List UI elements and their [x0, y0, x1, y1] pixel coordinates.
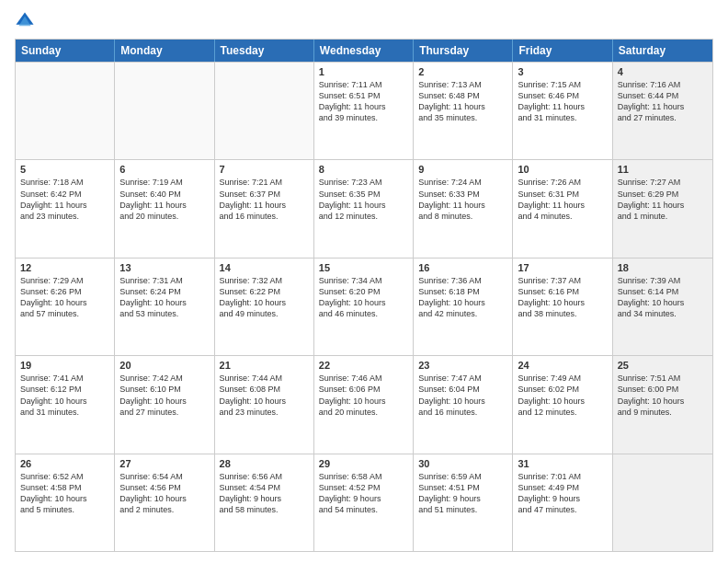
cell-info: Sunrise: 7:41 AM Sunset: 6:12 PM Dayligh… [20, 373, 109, 418]
cell-info: Sunrise: 6:52 AM Sunset: 4:58 PM Dayligh… [20, 471, 109, 516]
calendar-cell-4-0: 26Sunrise: 6:52 AM Sunset: 4:58 PM Dayli… [16, 454, 115, 551]
cell-info: Sunrise: 6:56 AM Sunset: 4:54 PM Dayligh… [220, 471, 309, 516]
header-day-monday: Monday [115, 40, 214, 62]
calendar-cell-2-2: 14Sunrise: 7:32 AM Sunset: 6:22 PM Dayli… [215, 259, 314, 355]
calendar-cell-2-5: 17Sunrise: 7:37 AM Sunset: 6:16 PM Dayli… [513, 259, 612, 355]
header-day-sunday: Sunday [16, 40, 115, 62]
day-number: 27 [119, 458, 209, 469]
day-number: 22 [319, 360, 408, 371]
cell-info: Sunrise: 7:26 AM Sunset: 6:31 PM Dayligh… [518, 177, 607, 222]
calendar-cell-1-1: 6Sunrise: 7:19 AM Sunset: 6:40 PM Daylig… [115, 160, 214, 257]
day-number: 6 [119, 164, 209, 175]
calendar: SundayMondayTuesdayWednesdayThursdayFrid… [15, 39, 713, 552]
page: SundayMondayTuesdayWednesdayThursdayFrid… [0, 0, 728, 563]
cell-info: Sunrise: 7:34 AM Sunset: 6:20 PM Dayligh… [319, 275, 408, 320]
calendar-cell-2-4: 16Sunrise: 7:36 AM Sunset: 6:18 PM Dayli… [414, 259, 513, 355]
cell-info: Sunrise: 7:13 AM Sunset: 6:48 PM Dayligh… [418, 79, 507, 124]
calendar-row-1: 5Sunrise: 7:18 AM Sunset: 6:42 PM Daylig… [16, 159, 712, 257]
calendar-cell-2-3: 15Sunrise: 7:34 AM Sunset: 6:20 PM Dayli… [314, 259, 414, 355]
cell-info: Sunrise: 7:27 AM Sunset: 6:29 PM Dayligh… [618, 177, 708, 222]
calendar-row-3: 19Sunrise: 7:41 AM Sunset: 6:12 PM Dayli… [16, 355, 712, 453]
cell-info: Sunrise: 7:16 AM Sunset: 6:44 PM Dayligh… [618, 79, 708, 124]
day-number: 3 [518, 66, 607, 77]
calendar-cell-1-0: 5Sunrise: 7:18 AM Sunset: 6:42 PM Daylig… [16, 160, 115, 257]
day-number: 25 [618, 360, 708, 371]
cell-info: Sunrise: 6:54 AM Sunset: 4:56 PM Dayligh… [119, 471, 209, 516]
header-day-thursday: Thursday [414, 40, 513, 62]
calendar-cell-1-4: 9Sunrise: 7:24 AM Sunset: 6:33 PM Daylig… [414, 160, 513, 257]
calendar-cell-1-3: 8Sunrise: 7:23 AM Sunset: 6:35 PM Daylig… [314, 160, 414, 257]
calendar-cell-1-6: 11Sunrise: 7:27 AM Sunset: 6:29 PM Dayli… [613, 160, 712, 257]
day-number: 14 [220, 262, 309, 273]
calendar-cell-4-6 [613, 454, 712, 551]
cell-info: Sunrise: 7:49 AM Sunset: 6:02 PM Dayligh… [518, 373, 607, 418]
header-day-saturday: Saturday [613, 40, 712, 62]
day-number: 7 [220, 164, 309, 175]
cell-info: Sunrise: 7:11 AM Sunset: 6:51 PM Dayligh… [319, 79, 408, 124]
header-day-tuesday: Tuesday [215, 40, 314, 62]
header-day-friday: Friday [513, 40, 612, 62]
calendar-row-0: 1Sunrise: 7:11 AM Sunset: 6:51 PM Daylig… [16, 62, 712, 159]
calendar-row-2: 12Sunrise: 7:29 AM Sunset: 6:26 PM Dayli… [16, 258, 712, 355]
cell-info: Sunrise: 7:31 AM Sunset: 6:24 PM Dayligh… [119, 275, 209, 320]
calendar-cell-2-0: 12Sunrise: 7:29 AM Sunset: 6:26 PM Dayli… [16, 259, 115, 355]
day-number: 8 [319, 164, 408, 175]
cell-info: Sunrise: 7:24 AM Sunset: 6:33 PM Dayligh… [418, 177, 507, 222]
calendar-cell-2-6: 18Sunrise: 7:39 AM Sunset: 6:14 PM Dayli… [613, 259, 712, 355]
calendar-cell-4-2: 28Sunrise: 6:56 AM Sunset: 4:54 PM Dayli… [215, 454, 314, 551]
cell-info: Sunrise: 7:21 AM Sunset: 6:37 PM Dayligh… [220, 177, 309, 222]
cell-info: Sunrise: 7:37 AM Sunset: 6:16 PM Dayligh… [518, 275, 607, 320]
cell-info: Sunrise: 6:58 AM Sunset: 4:52 PM Dayligh… [319, 471, 408, 516]
day-number: 29 [319, 458, 408, 469]
calendar-cell-1-2: 7Sunrise: 7:21 AM Sunset: 6:37 PM Daylig… [215, 160, 314, 257]
calendar-cell-3-3: 22Sunrise: 7:46 AM Sunset: 6:06 PM Dayli… [314, 356, 414, 453]
cell-info: Sunrise: 6:59 AM Sunset: 4:51 PM Dayligh… [418, 471, 507, 516]
day-number: 1 [319, 66, 408, 77]
day-number: 23 [418, 360, 507, 371]
calendar-cell-0-0 [16, 63, 115, 159]
calendar-cell-4-5: 31Sunrise: 7:01 AM Sunset: 4:49 PM Dayli… [513, 454, 612, 551]
cell-info: Sunrise: 7:42 AM Sunset: 6:10 PM Dayligh… [119, 373, 209, 418]
cell-info: Sunrise: 7:01 AM Sunset: 4:49 PM Dayligh… [518, 471, 607, 516]
calendar-cell-3-1: 20Sunrise: 7:42 AM Sunset: 6:10 PM Dayli… [115, 356, 214, 453]
cell-info: Sunrise: 7:15 AM Sunset: 6:46 PM Dayligh… [518, 79, 607, 124]
day-number: 9 [418, 164, 507, 175]
cell-info: Sunrise: 7:19 AM Sunset: 6:40 PM Dayligh… [119, 177, 209, 222]
cell-info: Sunrise: 7:23 AM Sunset: 6:35 PM Dayligh… [319, 177, 408, 222]
cell-info: Sunrise: 7:47 AM Sunset: 6:04 PM Dayligh… [418, 373, 507, 418]
day-number: 30 [418, 458, 507, 469]
day-number: 11 [618, 164, 708, 175]
calendar-cell-2-1: 13Sunrise: 7:31 AM Sunset: 6:24 PM Dayli… [115, 259, 214, 355]
calendar-cell-3-2: 21Sunrise: 7:44 AM Sunset: 6:08 PM Dayli… [215, 356, 314, 453]
day-number: 10 [518, 164, 607, 175]
cell-info: Sunrise: 7:44 AM Sunset: 6:08 PM Dayligh… [220, 373, 309, 418]
day-number: 26 [20, 458, 109, 469]
day-number: 4 [618, 66, 708, 77]
calendar-cell-0-6: 4Sunrise: 7:16 AM Sunset: 6:44 PM Daylig… [613, 63, 712, 159]
day-number: 12 [20, 262, 109, 273]
calendar-cell-3-0: 19Sunrise: 7:41 AM Sunset: 6:12 PM Dayli… [16, 356, 115, 453]
calendar-body: 1Sunrise: 7:11 AM Sunset: 6:51 PM Daylig… [16, 62, 712, 551]
calendar-cell-1-5: 10Sunrise: 7:26 AM Sunset: 6:31 PM Dayli… [513, 160, 612, 257]
day-number: 21 [220, 360, 309, 371]
calendar-cell-4-3: 29Sunrise: 6:58 AM Sunset: 4:52 PM Dayli… [314, 454, 414, 551]
cell-info: Sunrise: 7:29 AM Sunset: 6:26 PM Dayligh… [20, 275, 109, 320]
day-number: 20 [119, 360, 209, 371]
calendar-cell-0-4: 2Sunrise: 7:13 AM Sunset: 6:48 PM Daylig… [414, 63, 513, 159]
cell-info: Sunrise: 7:18 AM Sunset: 6:42 PM Dayligh… [20, 177, 109, 222]
cell-info: Sunrise: 7:36 AM Sunset: 6:18 PM Dayligh… [418, 275, 507, 320]
calendar-cell-0-3: 1Sunrise: 7:11 AM Sunset: 6:51 PM Daylig… [314, 63, 414, 159]
header [15, 11, 713, 31]
calendar-cell-3-5: 24Sunrise: 7:49 AM Sunset: 6:02 PM Dayli… [513, 356, 612, 453]
calendar-cell-4-4: 30Sunrise: 6:59 AM Sunset: 4:51 PM Dayli… [414, 454, 513, 551]
calendar-cell-3-4: 23Sunrise: 7:47 AM Sunset: 6:04 PM Dayli… [414, 356, 513, 453]
calendar-header: SundayMondayTuesdayWednesdayThursdayFrid… [16, 40, 712, 62]
calendar-cell-4-1: 27Sunrise: 6:54 AM Sunset: 4:56 PM Dayli… [115, 454, 214, 551]
logo [15, 11, 39, 31]
day-number: 2 [418, 66, 507, 77]
day-number: 17 [518, 262, 607, 273]
day-number: 28 [220, 458, 309, 469]
day-number: 31 [518, 458, 607, 469]
calendar-cell-0-2 [215, 63, 314, 159]
cell-info: Sunrise: 7:32 AM Sunset: 6:22 PM Dayligh… [220, 275, 309, 320]
